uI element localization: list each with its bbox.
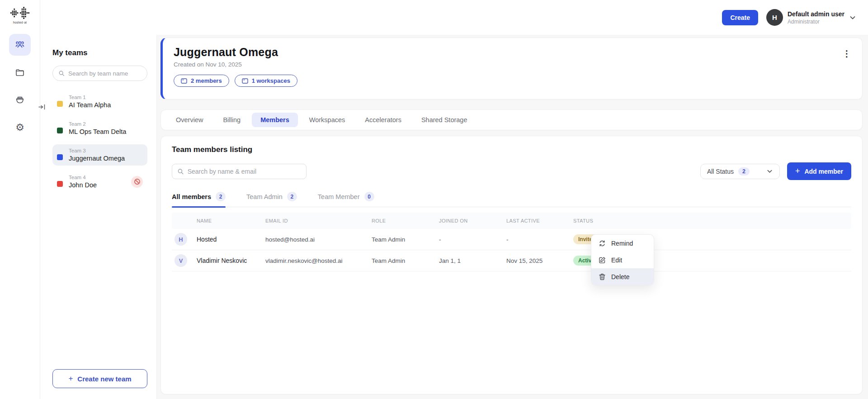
trash-icon	[599, 273, 606, 280]
app-root: hosted·ai	[0, 0, 868, 399]
col-last-active: LAST ACTIVE	[506, 218, 573, 223]
search-icon	[58, 70, 65, 77]
listing-title: Team members listing	[172, 145, 851, 154]
teams-people-icon	[14, 39, 25, 50]
team-list-item-ml-ops-team-delta[interactable]: Team 2 ML Ops Team Delta	[52, 118, 147, 139]
team-list: Team 1 AI Team Alpha Team 2 ML Ops Team …	[52, 91, 147, 192]
member-name: Vladimir Neskovic	[197, 257, 265, 264]
team-search-input[interactable]	[68, 70, 142, 77]
table-header-row: NAME EMAIL ID ROLE JOINED ON LAST ACTIVE…	[172, 213, 851, 229]
status-filter-dropdown[interactable]: All Status 2	[700, 164, 780, 179]
teams-sidebar: My teams Team 1 AI Team Alpha	[40, 35, 157, 399]
topbar: Create H Default admin user Administrato…	[40, 0, 868, 35]
nav-workspaces-icon-button[interactable]	[9, 62, 31, 83]
member-search-input[interactable]	[188, 168, 301, 175]
gear-icon: ⚙	[15, 123, 24, 133]
plus-icon: +	[68, 374, 73, 383]
team-search[interactable]	[52, 66, 147, 81]
create-new-team-label: Create new team	[77, 375, 131, 383]
user-avatar: H	[766, 9, 783, 26]
team-code: Team 2	[69, 121, 126, 127]
col-email: EMAIL ID	[265, 218, 372, 223]
member-role: Team Admin	[372, 257, 439, 264]
tab-workspaces[interactable]: Workspaces	[301, 113, 354, 127]
teams-panel-title: My teams	[52, 48, 147, 57]
create-button[interactable]: Create	[722, 10, 758, 25]
member-subtabs: All members 2 Team Admin 2 Team Member 0	[172, 192, 851, 207]
chevron-down-icon	[766, 168, 773, 175]
subtab-count-badge: 0	[364, 192, 374, 201]
avatar: H	[175, 233, 187, 246]
icon-rail: hosted·ai	[0, 0, 40, 399]
menu-item-edit[interactable]: Edit	[591, 252, 654, 268]
member-name: Hosted	[197, 236, 265, 243]
member-search[interactable]	[172, 164, 307, 179]
sidebar-collapse-toggle[interactable]	[37, 103, 47, 111]
chevron-down-icon	[849, 14, 856, 21]
table-row: V Vladimir Neskovic vladimir.neskovic@ho…	[172, 250, 851, 271]
team-name: John Doe	[69, 181, 97, 189]
user-name: Default admin user	[788, 10, 844, 18]
edit-pencil-icon	[599, 256, 606, 264]
subtab-team-member[interactable]: Team Member 0	[318, 192, 374, 207]
team-list-item-john-doe[interactable]: Team 4 John Doe	[52, 171, 147, 192]
team-tabs: Overview Billing Members Workspaces Acce…	[160, 109, 863, 130]
main-content: Juggernaut Omega Created on Nov 10, 2025…	[157, 35, 868, 399]
create-new-team-button[interactable]: + Create new team	[52, 369, 147, 388]
tab-billing[interactable]: Billing	[214, 113, 249, 127]
nav-settings-icon-button[interactable]: ⚙	[9, 117, 31, 138]
folder-icon	[14, 67, 25, 78]
plus-icon: +	[795, 166, 800, 176]
table-row: H Hosted hosted@hosted.ai Team Admin - -…	[172, 229, 851, 250]
add-member-button[interactable]: + Add member	[787, 162, 851, 180]
member-email: hosted@hosted.ai	[265, 236, 372, 243]
search-icon	[177, 168, 184, 175]
tab-overview[interactable]: Overview	[167, 113, 212, 127]
col-status: STATUS	[573, 218, 617, 223]
members-table: NAME EMAIL ID ROLE JOINED ON LAST ACTIVE…	[172, 213, 851, 271]
member-last-active: Nov 15, 2025	[506, 257, 573, 264]
pot-icon	[14, 95, 25, 105]
status-filter-label: All Status	[707, 168, 734, 175]
team-list-item-juggernaut-omega[interactable]: Team 3 Juggernaut Omega	[52, 144, 147, 166]
status-filter-count: 2	[738, 167, 750, 176]
team-code: Team 1	[69, 95, 111, 100]
col-name: NAME	[197, 218, 265, 223]
brand-logo[interactable]: hosted·ai	[10, 6, 29, 24]
tab-members[interactable]: Members	[252, 113, 298, 127]
col-joined: JOINED ON	[439, 218, 506, 223]
avatar: V	[175, 254, 187, 267]
member-joined: Jan 1, 1	[439, 257, 506, 264]
subtab-count-badge: 2	[287, 192, 297, 201]
nav-teams-icon-button[interactable]	[9, 34, 31, 56]
subtab-count-badge: 2	[216, 192, 226, 201]
team-list-item-ai-team-alpha[interactable]: Team 1 AI Team Alpha	[52, 91, 147, 112]
created-date: Created on Nov 10, 2025	[174, 61, 851, 68]
member-joined: -	[439, 236, 506, 243]
col-role: ROLE	[372, 218, 439, 223]
members-card-icon	[181, 78, 187, 84]
nav-infrastructure-icon-button[interactable]	[9, 89, 31, 111]
member-email: vladimir.neskovic@hosted.ai	[265, 257, 372, 264]
team-options-kebab-icon[interactable]: ⋮	[840, 46, 854, 61]
team-code: Team 4	[69, 175, 97, 180]
tab-accelerators[interactable]: Accelerators	[356, 113, 410, 127]
menu-item-remind[interactable]: Remind	[591, 235, 654, 252]
remind-refresh-icon	[599, 240, 606, 247]
collapse-arrow-icon	[38, 104, 46, 110]
members-count-badge[interactable]: 2 members	[174, 75, 229, 87]
team-name: ML Ops Team Delta	[69, 128, 126, 135]
workspaces-count-badge[interactable]: 1 workspaces	[235, 75, 297, 87]
team-code: Team 3	[69, 148, 125, 153]
user-menu[interactable]: H Default admin user Administrator	[766, 9, 856, 26]
subtab-all-members[interactable]: All members 2	[172, 192, 226, 207]
team-color-swatch	[57, 101, 63, 107]
members-listing-card: Team members listing All Status 2	[160, 136, 863, 394]
workspaces-card-icon	[242, 78, 248, 84]
subtab-team-admin[interactable]: Team Admin 2	[246, 192, 297, 207]
user-role: Administrator	[788, 19, 844, 25]
member-last-active: -	[506, 236, 573, 243]
menu-item-delete[interactable]: Delete	[591, 268, 654, 285]
tab-shared-storage[interactable]: Shared Storage	[413, 113, 476, 127]
page-title: Juggernaut Omega	[174, 46, 851, 59]
